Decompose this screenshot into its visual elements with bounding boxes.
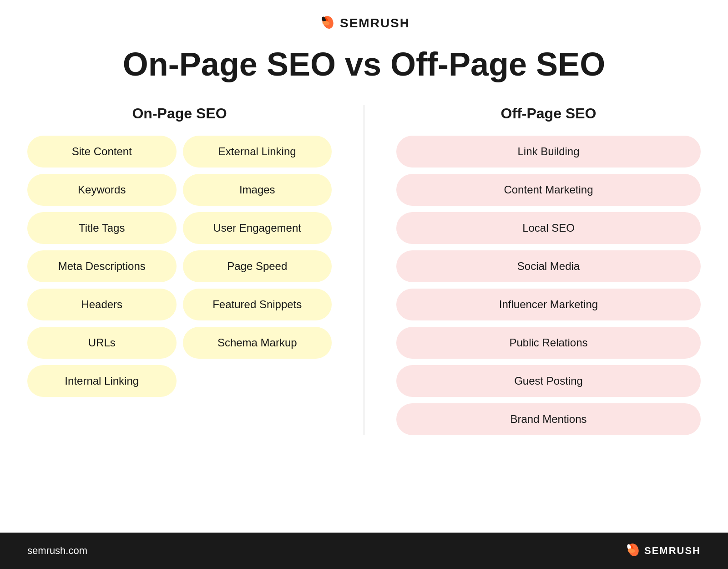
list-item: Schema Markup [183, 327, 332, 359]
page-title: On-Page SEO vs Off-Page SEO [123, 46, 605, 82]
semrush-logo-icon [318, 14, 335, 33]
list-item: Social Media [396, 250, 701, 282]
list-item: Public Relations [396, 327, 701, 359]
list-item: Headers [27, 289, 177, 320]
list-item: Local SEO [396, 212, 701, 244]
list-item: Images [183, 174, 332, 206]
list-item: Link Building [396, 136, 701, 168]
footer-semrush-icon [623, 541, 641, 560]
list-item: External Linking [183, 136, 332, 168]
onpage-column: On-Page SEO Site Content External Linkin… [27, 105, 332, 435]
list-item: Meta Descriptions [27, 250, 177, 282]
onpage-grid: Site Content External Linking Keywords I… [27, 136, 332, 397]
list-item: Content Marketing [396, 174, 701, 206]
list-item: Featured Snippets [183, 289, 332, 320]
main-content: SEMRUSH On-Page SEO vs Off-Page SEO On-P… [0, 0, 728, 533]
footer-url: semrush.com [27, 545, 87, 557]
list-item: Page Speed [183, 250, 332, 282]
offpage-column: Off-Page SEO Link Building Content Marke… [396, 105, 701, 435]
list-item: Site Content [27, 136, 177, 168]
columns-wrapper: On-Page SEO Site Content External Linkin… [27, 105, 701, 435]
list-item: Influencer Marketing [396, 289, 701, 320]
footer: semrush.com SEMRUSH [0, 533, 728, 569]
offpage-list: Link Building Content Marketing Local SE… [396, 136, 701, 435]
footer-logo-text: SEMRUSH [644, 545, 701, 557]
list-item: URLs [27, 327, 177, 359]
list-item: User Engagement [183, 212, 332, 244]
list-item: Internal Linking [27, 365, 177, 397]
logo-area: SEMRUSH [318, 14, 410, 33]
list-item: Keywords [27, 174, 177, 206]
list-item: Guest Posting [396, 365, 701, 397]
list-item: Brand Mentions [396, 403, 701, 435]
column-divider [364, 105, 364, 435]
footer-logo: SEMRUSH [623, 541, 701, 560]
header-logo-text: SEMRUSH [340, 16, 410, 30]
list-item: Title Tags [27, 212, 177, 244]
offpage-column-title: Off-Page SEO [501, 105, 597, 122]
onpage-column-title: On-Page SEO [132, 105, 227, 122]
